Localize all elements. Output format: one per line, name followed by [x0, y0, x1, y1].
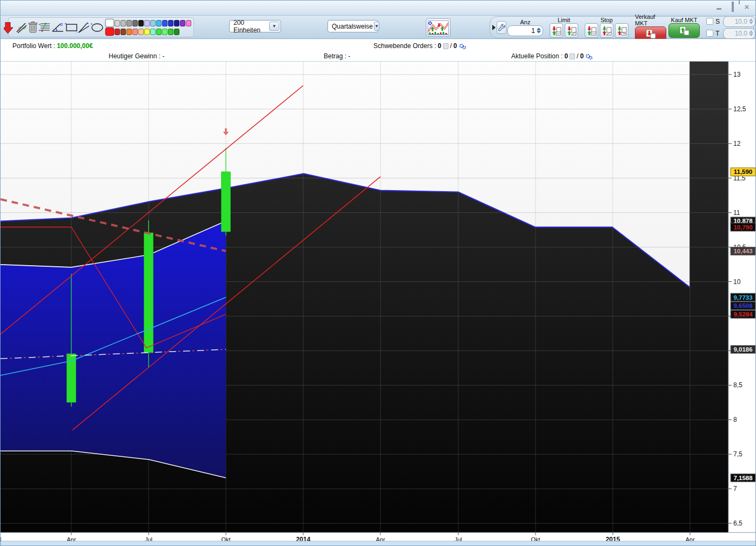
color-swatch[interactable] — [168, 29, 173, 35]
rectangle-icon[interactable]: ×× — [64, 20, 77, 35]
stepper-arrows-icon — [748, 30, 755, 36]
restore-icon[interactable] — [728, 3, 737, 11]
stop-take-group: S T — [706, 16, 755, 39]
svg-text:7: 7 — [733, 485, 737, 493]
quantity-stepper[interactable] — [507, 25, 543, 36]
svg-text:11,590: 11,590 — [734, 168, 753, 175]
close-icon[interactable]: × — [742, 3, 751, 11]
period-dropdown-value: Quartalsweise — [332, 23, 373, 30]
svg-text:+: + — [38, 28, 41, 33]
daily-profit-text: Heutiger Gewinn : - — [109, 52, 164, 60]
color-swatch[interactable] — [138, 29, 144, 35]
color-swatch[interactable] — [121, 20, 126, 26]
svg-text:11: 11 — [733, 209, 740, 217]
buy-market-group: Kauf MKT — [668, 17, 700, 38]
color-swatch[interactable] — [150, 29, 156, 35]
color-swatch[interactable] — [105, 28, 114, 36]
stop-label: Stop — [600, 17, 613, 23]
take-profit-value-stepper[interactable] — [723, 28, 755, 39]
color-swatch[interactable] — [115, 20, 120, 26]
ellipse-icon[interactable]: ++ — [90, 20, 103, 35]
order-list-icon[interactable] — [443, 43, 449, 49]
current-position-label: Aktuelle Position : — [511, 52, 563, 60]
order-lines-icon[interactable]: ++ — [38, 20, 51, 35]
color-swatch[interactable] — [180, 20, 185, 26]
trash-icon[interactable] — [28, 20, 38, 35]
svg-text:9,5284: 9,5284 — [733, 311, 753, 318]
position-list-icon[interactable] — [570, 53, 575, 59]
portfolio-label: Portfolio Wert : — [12, 42, 55, 50]
color-swatch[interactable] — [174, 29, 179, 35]
buy-limit-order-button[interactable] — [550, 23, 563, 38]
period-dropdown[interactable]: Quartalsweise ▼ — [327, 20, 378, 32]
minimize-icon[interactable] — [714, 3, 723, 11]
svg-text:9,6508: 9,6508 — [733, 302, 753, 309]
svg-text:10: 10 — [733, 278, 741, 286]
svg-text:12,5: 12,5 — [733, 105, 746, 113]
take-profit-value-input[interactable] — [724, 29, 748, 38]
current-position-count: 0 — [564, 52, 568, 60]
take-profit-checkbox[interactable] — [706, 30, 713, 37]
angle-icon[interactable]: α — [51, 20, 64, 35]
red-arrow-icon[interactable] — [4, 22, 14, 36]
settings-wrench-button[interactable] — [497, 21, 506, 34]
chevron-down-icon[interactable]: ▼ — [269, 22, 279, 31]
color-swatch[interactable] — [144, 29, 150, 35]
fan-lines-icon[interactable]: ++ — [77, 20, 90, 35]
stop-value-input[interactable] — [724, 17, 748, 26]
svg-text:+: + — [86, 21, 89, 26]
color-swatch[interactable] — [132, 29, 138, 35]
trailing-stop-order-button[interactable] — [615, 23, 628, 38]
color-swatch[interactable] — [186, 20, 191, 26]
stepper-arrows-icon[interactable] — [536, 28, 543, 33]
color-swatch[interactable] — [115, 29, 120, 35]
buy-market-button[interactable] — [668, 23, 700, 38]
svg-text:7,5: 7,5 — [733, 450, 742, 458]
svg-text:+: + — [103, 29, 103, 34]
units-dropdown[interactable]: 200 Einheiten ▼ — [229, 20, 281, 32]
color-swatch[interactable] — [150, 20, 156, 26]
svg-text:+: + — [90, 22, 93, 26]
svg-text:×: × — [64, 21, 67, 26]
sell-market-group: Verkauf MKT — [635, 14, 666, 41]
color-swatch[interactable] — [162, 20, 168, 26]
take-profit-checkbox-label: T — [715, 30, 721, 37]
gears-icon[interactable] — [459, 43, 466, 50]
main-toolbar: ++ α ×× ++ ++ 200 Einheiten ▼ Quar — [1, 16, 755, 39]
color-swatch[interactable] — [132, 20, 138, 26]
color-swatch[interactable] — [174, 20, 179, 26]
sell-limit-order-button[interactable] — [565, 23, 578, 38]
chart-area[interactable]: 6,577,588,599,51010,51111,51212,5132013A… — [1, 62, 756, 546]
stop-checkbox[interactable] — [706, 18, 713, 25]
svg-text:+: + — [38, 22, 41, 27]
svg-text:8: 8 — [733, 416, 737, 423]
color-swatch[interactable] — [126, 29, 132, 35]
limit-label: Limit — [558, 17, 570, 23]
color-palette — [105, 19, 191, 36]
sell-market-label: Verkauf MKT — [635, 14, 666, 26]
color-swatch[interactable] — [162, 29, 168, 35]
buy-stop-order-button[interactable] — [585, 23, 598, 38]
trendline-icon[interactable] — [16, 20, 28, 35]
stop-value-stepper[interactable] — [723, 16, 755, 27]
color-swatch[interactable] — [138, 20, 144, 26]
color-swatch[interactable] — [144, 20, 150, 26]
quantity-group: Anz — [507, 19, 543, 36]
color-swatch[interactable] — [156, 29, 162, 35]
color-swatch[interactable] — [168, 20, 173, 26]
color-swatch[interactable] — [156, 20, 162, 26]
units-dropdown-value: 200 Einheiten — [233, 19, 268, 34]
quantity-input[interactable] — [508, 26, 536, 35]
chevron-down-icon[interactable]: ▼ — [374, 22, 379, 31]
sell-stop-order-button[interactable] — [600, 23, 613, 38]
price-chart[interactable]: 6,577,588,599,51010,51111,51212,5132013A… — [1, 62, 756, 546]
color-swatch[interactable] — [126, 20, 132, 26]
gears-icon[interactable] — [585, 53, 593, 60]
color-swatch[interactable] — [121, 29, 126, 35]
color-swatch[interactable] — [105, 19, 114, 27]
quantity-label: Anz — [520, 19, 531, 25]
panel-expander-icon[interactable] — [492, 25, 496, 30]
pending-orders-count: 0 — [438, 42, 441, 50]
chart-style-button[interactable] — [426, 18, 451, 37]
pending-auto-orders-count: 0 — [453, 42, 457, 50]
